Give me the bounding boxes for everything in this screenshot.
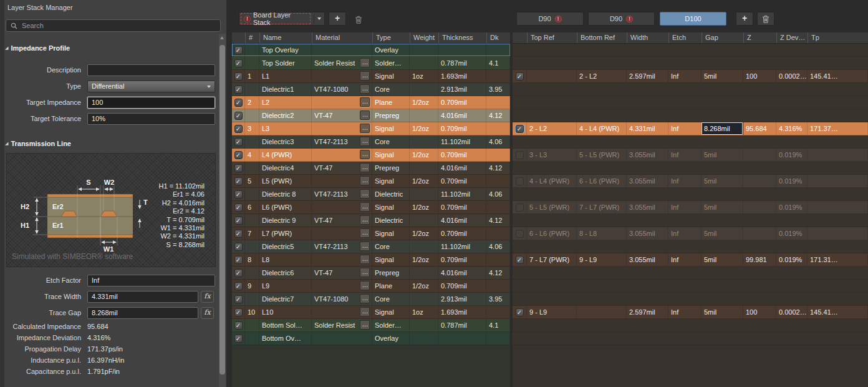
stack-row[interactable]: 8L8…Signal1/2oz0.709mil bbox=[232, 253, 510, 267]
type-cell[interactable]: Plane bbox=[372, 96, 410, 109]
gap-cell[interactable]: 5mil bbox=[702, 175, 743, 187]
z-deviation-cell[interactable]: 0.019% bbox=[776, 149, 808, 161]
material-cell[interactable]: VT-47… bbox=[312, 109, 372, 122]
weight-cell[interactable] bbox=[410, 214, 438, 227]
width-cell[interactable]: 2.597mil bbox=[627, 70, 668, 82]
z-cell[interactable]: 99.981 bbox=[743, 253, 776, 266]
material-cell[interactable]: Solder Resist… bbox=[312, 319, 372, 331]
row-checkbox[interactable] bbox=[234, 282, 243, 290]
weight-cell[interactable]: 1/2oz bbox=[410, 253, 438, 266]
dk-cell[interactable]: 4.1 bbox=[486, 57, 510, 69]
material-cell[interactable]: … bbox=[312, 253, 372, 266]
layer-name-cell[interactable]: Dielectric4 bbox=[259, 162, 312, 174]
weight-cell[interactable]: 1/2oz bbox=[410, 227, 438, 240]
row-checkbox[interactable] bbox=[234, 99, 243, 107]
row-checkbox[interactable] bbox=[234, 203, 243, 212]
row-checkbox[interactable] bbox=[234, 59, 243, 67]
search-input[interactable]: Search bbox=[6, 19, 221, 32]
etch-cell[interactable]: Inf bbox=[668, 70, 702, 82]
material-ellipsis-button[interactable]: … bbox=[360, 255, 370, 264]
weight-cell[interactable] bbox=[410, 240, 438, 253]
layer-name-cell[interactable]: L1 bbox=[259, 70, 312, 82]
description-input[interactable] bbox=[87, 64, 215, 76]
layer-name-cell[interactable]: Dielectric2 bbox=[259, 109, 312, 122]
material-ellipsis-button[interactable]: … bbox=[360, 110, 370, 120]
type-cell[interactable]: Signal bbox=[372, 253, 410, 266]
material-cell[interactable] bbox=[312, 44, 372, 56]
z-cell[interactable] bbox=[743, 201, 776, 213]
stack-row[interactable]: 7L7 (PWR)…Signal1/2oz0.709mil bbox=[232, 227, 510, 240]
layer-name-cell[interactable]: Dielectric6 bbox=[259, 267, 312, 279]
layer-name-cell[interactable]: L8 bbox=[259, 253, 312, 266]
stack-row[interactable]: Bottom Ov…Overlay bbox=[232, 332, 510, 345]
weight-cell[interactable] bbox=[410, 162, 438, 174]
layer-name-cell[interactable]: Top Solder bbox=[259, 57, 312, 69]
material-ellipsis-button[interactable]: … bbox=[360, 307, 370, 316]
weight-cell[interactable] bbox=[410, 57, 438, 69]
thickness-cell[interactable]: 11.102mil bbox=[438, 240, 486, 253]
top-ref-cell[interactable]: 6 - L6 (PWR) bbox=[527, 227, 577, 240]
dk-cell[interactable] bbox=[486, 175, 510, 187]
stack-row[interactable]: Dielectric7VT47-1080…Core2.913mil3.95 bbox=[232, 293, 510, 306]
z-cell[interactable] bbox=[743, 227, 776, 240]
material-cell[interactable]: VT47-2113… bbox=[312, 135, 372, 148]
dk-cell[interactable] bbox=[486, 70, 510, 82]
row-checkbox[interactable] bbox=[516, 256, 524, 264]
layer-name-cell[interactable]: Bottom Sol… bbox=[259, 319, 312, 331]
dk-cell[interactable]: 4.06 bbox=[486, 135, 510, 148]
type-cell[interactable]: Prepreg bbox=[372, 162, 410, 174]
etch-cell[interactable]: Inf bbox=[668, 149, 702, 161]
section-impedance-profile[interactable]: ◢Impedance Profile bbox=[5, 44, 70, 52]
column-header[interactable]: Bottom Ref bbox=[577, 32, 627, 43]
layer-name-cell[interactable]: Dielectric7 bbox=[259, 293, 312, 305]
material-ellipsis-button[interactable]: … bbox=[360, 71, 370, 81]
stack-row[interactable]: Top SolderSolder Resist…Solder…0.787mil4… bbox=[232, 57, 510, 70]
material-cell[interactable]: … bbox=[312, 175, 372, 187]
thickness-cell[interactable]: 0.709mil bbox=[438, 201, 486, 213]
section-transmission-line[interactable]: ◢Transmission Line bbox=[5, 140, 71, 147]
thickness-cell[interactable] bbox=[438, 44, 486, 56]
impedance-row[interactable]: 7 - L7 (PWR)9 - L93.055milInf5mil99.9810… bbox=[513, 253, 868, 267]
layer-name-cell[interactable]: Dielectric1 bbox=[259, 83, 312, 96]
type-cell[interactable]: Signal bbox=[372, 70, 410, 82]
weight-cell[interactable] bbox=[410, 293, 438, 305]
dk-cell[interactable] bbox=[486, 96, 510, 109]
column-header[interactable]: Width bbox=[627, 32, 668, 43]
gap-cell[interactable]: 5mil bbox=[702, 306, 743, 318]
weight-cell[interactable]: 1/2oz bbox=[410, 122, 438, 135]
row-checkbox[interactable] bbox=[516, 125, 524, 133]
dk-cell[interactable] bbox=[486, 227, 510, 240]
stack-row[interactable]: 9L9…Plane1/2oz0.709mil bbox=[232, 280, 510, 293]
dk-cell[interactable] bbox=[486, 332, 510, 345]
tp-cell[interactable] bbox=[808, 149, 868, 161]
column-header[interactable]: Weight bbox=[410, 32, 438, 43]
thickness-cell[interactable]: 1.693mil bbox=[438, 306, 486, 318]
z-deviation-cell[interactable]: 0.019% bbox=[776, 175, 808, 187]
top-ref-cell[interactable]: 7 - L7 (PWR) bbox=[527, 253, 577, 266]
layer-name-cell[interactable]: L3 bbox=[259, 122, 312, 135]
top-ref-cell[interactable]: 4 - L4 (PWR) bbox=[527, 175, 577, 187]
width-cell[interactable]: 3.055mil bbox=[627, 227, 668, 240]
material-ellipsis-button[interactable]: … bbox=[360, 176, 370, 185]
delete-stack-button[interactable] bbox=[352, 13, 365, 26]
dk-cell[interactable] bbox=[486, 253, 510, 266]
etch-cell[interactable]: Inf bbox=[668, 253, 702, 266]
material-cell[interactable]: … bbox=[312, 149, 372, 161]
gap-cell[interactable]: 5mil bbox=[702, 201, 743, 213]
header-checkbox-column[interactable] bbox=[513, 32, 527, 43]
dk-cell[interactable] bbox=[486, 149, 510, 161]
dk-cell[interactable]: 3.95 bbox=[486, 293, 510, 305]
row-checkbox[interactable] bbox=[516, 230, 524, 238]
stack-row[interactable]: Dielectric5VT47-2113…Core11.102mil4.06 bbox=[232, 240, 510, 253]
layer-name-cell[interactable]: Dielectric5 bbox=[259, 240, 312, 253]
material-ellipsis-button[interactable]: … bbox=[360, 163, 370, 172]
dk-cell[interactable] bbox=[486, 44, 510, 56]
material-ellipsis-button[interactable]: … bbox=[360, 84, 370, 94]
width-cell[interactable]: 3.055mil bbox=[627, 149, 668, 161]
thickness-cell[interactable]: 11.102mil bbox=[438, 135, 486, 148]
thickness-cell[interactable]: 2.913mil bbox=[438, 83, 486, 96]
type-cell[interactable]: Solder… bbox=[372, 319, 410, 331]
impedance-row[interactable]: 5 - L5 (PWR)7 - L7 (PWR)3.055milInf5mil0… bbox=[513, 201, 868, 214]
layer-name-cell[interactable]: L7 (PWR) bbox=[259, 227, 312, 240]
impedance-row[interactable]: 6 - L6 (PWR)8 - L83.055milInf5mil0.019% bbox=[513, 227, 868, 240]
